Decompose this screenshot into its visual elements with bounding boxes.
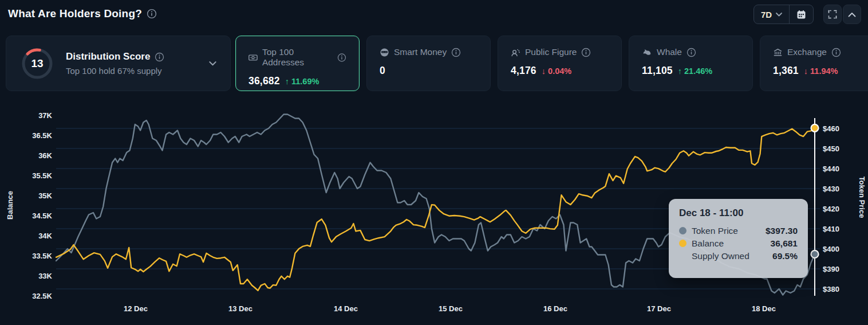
x-axis-tick: 15 Dec xyxy=(439,304,463,313)
right-axis-tick: $450 xyxy=(823,144,839,153)
x-axis-tick: 18 Dec xyxy=(752,304,776,313)
left-axis-tick: 33.5K xyxy=(32,252,52,260)
x-axis-tick: 14 Dec xyxy=(334,304,358,313)
holders-dashboard: What Are Holders Doing? 7D xyxy=(0,0,868,325)
tooltip-row-supply-owned: Supply Owned 69.5% xyxy=(679,250,798,261)
chart-tooltip: Dec 18 - 11:00 Token Price $397.30 Balan… xyxy=(669,199,808,278)
right-axis-tick: $390 xyxy=(823,265,839,273)
right-axis-tick: $430 xyxy=(823,185,839,193)
price-marker-dot xyxy=(811,250,819,258)
left-axis-tick: 33K xyxy=(38,272,52,280)
left-axis-tick: 34K xyxy=(38,232,52,240)
tooltip-row-balance: Balance 36,681 xyxy=(679,238,798,249)
right-axis-tick: $380 xyxy=(823,285,839,293)
left-axis-title: Balance xyxy=(6,191,14,220)
tooltip-row-token-price: Token Price $397.30 xyxy=(679,225,798,236)
x-axis-tick: 13 Dec xyxy=(228,304,252,313)
right-axis-tick: $400 xyxy=(823,245,839,253)
right-axis-tick: $410 xyxy=(823,225,839,233)
balance-marker-dot xyxy=(811,124,819,132)
right-axis-tick: $420 xyxy=(823,205,839,213)
token-price-dot xyxy=(679,227,686,234)
x-axis-tick: 16 Dec xyxy=(543,304,567,313)
right-axis-title: Token Price xyxy=(858,177,866,218)
x-axis-tick: 12 Dec xyxy=(124,304,148,313)
left-axis-tick: 35.5K xyxy=(32,171,52,180)
right-axis-tick: $460 xyxy=(823,124,839,133)
tooltip-date: Dec 18 - 11:00 xyxy=(679,207,798,219)
balance-dot xyxy=(679,240,686,247)
left-axis-tick: 32.5K xyxy=(32,292,52,300)
left-axis-tick: 34.5K xyxy=(32,212,52,220)
left-axis-tick: 35K xyxy=(38,191,52,200)
left-axis-tick: 36K xyxy=(38,151,52,160)
left-axis-tick: 36.5K xyxy=(32,131,52,140)
x-axis-tick: 17 Dec xyxy=(647,304,671,313)
right-axis-tick: $440 xyxy=(823,165,839,173)
supply-dot-spacer xyxy=(679,252,686,260)
left-axis-tick: 37K xyxy=(38,111,52,120)
